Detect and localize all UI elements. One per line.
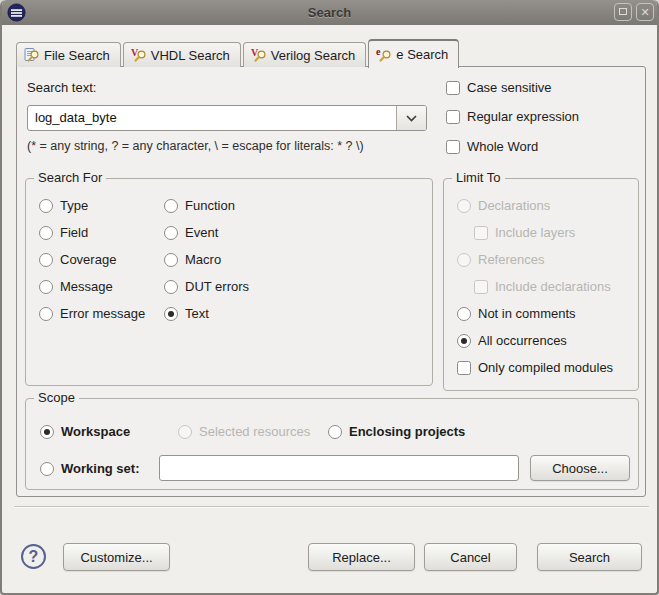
help-button[interactable]: ? [21, 544, 46, 569]
message-radio[interactable] [39, 280, 53, 294]
radio-field[interactable]: Field [39, 225, 88, 240]
tab-label: File Search [44, 48, 110, 63]
whole-word-checkbox[interactable] [446, 140, 460, 154]
checkbox-include-layers: Include layers [474, 225, 575, 240]
svg-text:e: e [376, 47, 381, 57]
limit-to-group: Limit To Declarations Include layers Ref… [443, 178, 639, 391]
scope-legend: Scope [34, 390, 79, 405]
radio-function[interactable]: Function [164, 198, 235, 213]
radio-declarations: Declarations [457, 198, 550, 213]
tab-e-search[interactable]: e e Search [368, 39, 459, 68]
cancel-button[interactable]: Cancel [424, 543, 517, 571]
search-for-group: Search For Type Field Coverage Message E… [25, 178, 433, 386]
not-in-comments-radio[interactable] [457, 307, 471, 321]
search-text-value[interactable]: log_data_byte [35, 110, 117, 125]
close-icon: ✕ [640, 6, 649, 18]
only-compiled-modules-checkbox[interactable] [457, 361, 471, 375]
tab-verilog-search[interactable]: V Verilog Search [243, 42, 367, 67]
type-radio[interactable] [39, 199, 53, 213]
regular-expression-label: Regular expression [467, 109, 579, 124]
radio-message[interactable]: Message [39, 279, 113, 294]
include-layers-checkbox [474, 226, 488, 240]
radio-macro[interactable]: Macro [164, 252, 221, 267]
radio-error-message[interactable]: Error message [39, 306, 145, 321]
field-radio[interactable] [39, 226, 53, 240]
tab-vhdl-search[interactable]: V VHDL Search [123, 42, 241, 67]
radio-text[interactable]: Text [164, 306, 209, 321]
function-radio[interactable] [164, 199, 178, 213]
verilog-search-icon: V [251, 47, 267, 63]
text-radio[interactable] [164, 307, 178, 321]
close-button[interactable]: ✕ [636, 3, 654, 21]
radio-coverage[interactable]: Coverage [39, 252, 116, 267]
search-text-label: Search text: [27, 80, 96, 95]
enclosing-projects-radio[interactable] [328, 425, 342, 439]
search-dialog: Search ✕ File Search V VHDL Sear [0, 0, 659, 595]
all-occurrences-radio[interactable] [457, 334, 471, 348]
radio-dut-errors[interactable]: DUT errors [164, 279, 249, 294]
e-search-panel: Search text: log_data_byte (* = any stri… [16, 66, 646, 497]
regular-expression-checkbox[interactable] [446, 110, 460, 124]
radio-type[interactable]: Type [39, 198, 88, 213]
file-search-icon [24, 47, 40, 63]
titlebar[interactable]: Search ✕ [0, 0, 659, 25]
e-search-icon: e [376, 47, 392, 63]
chevron-down-icon [406, 115, 417, 122]
case-sensitive-option[interactable]: Case sensitive [446, 80, 552, 95]
customize-button[interactable]: Customize... [63, 543, 170, 571]
references-radio [457, 253, 471, 267]
help-icon: ? [29, 548, 39, 566]
checkbox-only-compiled-modules[interactable]: Only compiled modules [457, 360, 613, 375]
tab-label: VHDL Search [151, 48, 230, 63]
tab-label: Verilog Search [271, 48, 356, 63]
tab-file-search[interactable]: File Search [16, 42, 121, 67]
svg-text:V: V [251, 47, 259, 58]
limit-to-legend: Limit To [452, 170, 505, 185]
radio-all-occurrences[interactable]: All occurrences [457, 333, 567, 348]
working-set-radio[interactable] [40, 462, 54, 476]
error-message-radio[interactable] [39, 307, 53, 321]
scope-group: Scope Workspace Selected resources Enclo… [25, 398, 639, 490]
wildcard-hint: (* = any string, ? = any character, \ = … [27, 139, 364, 153]
radio-not-in-comments[interactable]: Not in comments [457, 306, 576, 321]
search-button[interactable]: Search [537, 543, 642, 571]
radio-enclosing-projects[interactable]: Enclosing projects [328, 424, 465, 439]
coverage-radio[interactable] [39, 253, 53, 267]
search-for-legend: Search For [34, 170, 106, 185]
search-text-combo[interactable]: log_data_byte [27, 105, 427, 131]
whole-word-label: Whole Word [467, 139, 538, 154]
radio-selected-resources: Selected resources [178, 424, 310, 439]
choose-button[interactable]: Choose... [530, 455, 630, 481]
event-radio[interactable] [164, 226, 178, 240]
radio-workspace[interactable]: Workspace [40, 424, 130, 439]
maximize-icon [619, 8, 627, 15]
macro-radio[interactable] [164, 253, 178, 267]
dut-errors-radio[interactable] [164, 280, 178, 294]
working-set-input[interactable] [159, 455, 519, 481]
case-sensitive-checkbox[interactable] [446, 81, 460, 95]
combo-dropdown-button[interactable] [396, 106, 426, 130]
vhdl-search-icon: V [131, 47, 147, 63]
window-title: Search [0, 5, 659, 20]
radio-references: References [457, 252, 544, 267]
tab-label: e Search [396, 47, 448, 62]
eclipse-logo-icon [7, 3, 26, 22]
maximize-button[interactable] [614, 3, 632, 21]
replace-button[interactable]: Replace... [308, 543, 415, 571]
declarations-radio [457, 199, 471, 213]
case-sensitive-label: Case sensitive [467, 80, 552, 95]
footer-separator [14, 506, 649, 508]
whole-word-option[interactable]: Whole Word [446, 139, 538, 154]
selected-resources-radio [178, 425, 192, 439]
tab-bar: File Search V VHDL Search V Verilog Sear… [16, 38, 461, 67]
svg-text:V: V [131, 47, 139, 58]
workspace-radio[interactable] [40, 425, 54, 439]
radio-event[interactable]: Event [164, 225, 218, 240]
checkbox-include-declarations: Include declarations [474, 279, 611, 294]
regular-expression-option[interactable]: Regular expression [446, 109, 579, 124]
include-declarations-checkbox [474, 280, 488, 294]
radio-working-set[interactable]: Working set: [40, 461, 140, 476]
